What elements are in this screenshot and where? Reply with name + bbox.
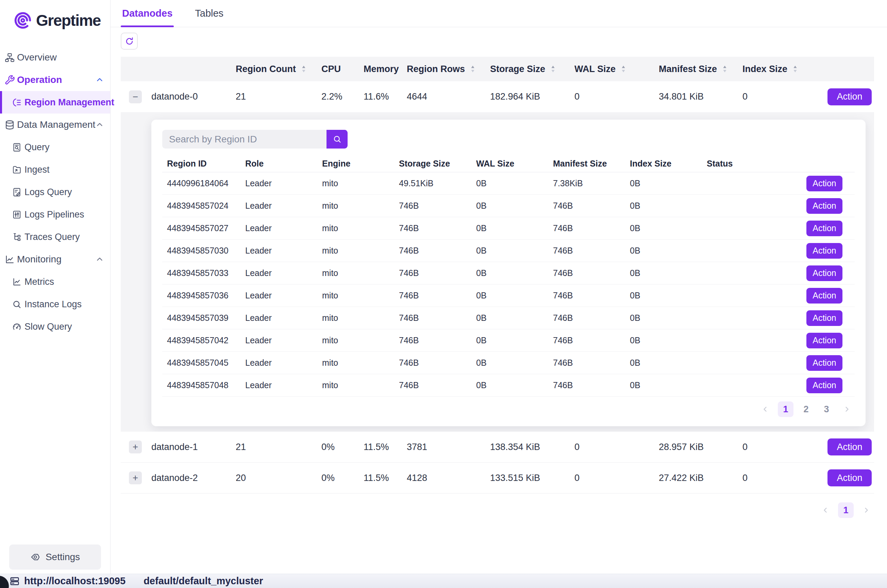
next-page-icon[interactable] xyxy=(858,502,874,518)
region-action-button[interactable]: Action xyxy=(806,310,842,326)
expand-row-button[interactable]: + xyxy=(129,471,142,484)
region-action-button[interactable]: Action xyxy=(806,288,842,303)
chart-icon xyxy=(12,277,22,287)
page-1[interactable]: 1 xyxy=(778,401,794,417)
sort-icon[interactable] xyxy=(469,64,477,74)
sidebar-item-instance-logs[interactable]: Instance Logs xyxy=(0,293,110,315)
chart-icon xyxy=(5,254,15,265)
region-table-row: 4440996184064 Leader mito 49.51KiB 0B 7.… xyxy=(162,172,855,195)
expand-row-button[interactable]: + xyxy=(129,441,142,453)
region-detail-panel: Region ID Role Engine Storage Size WAL S… xyxy=(121,112,874,432)
sidebar-item-logs-pipelines[interactable]: Logs Pipelines xyxy=(0,203,110,226)
sort-icon[interactable] xyxy=(620,64,627,74)
action-button[interactable]: Action xyxy=(827,88,872,105)
app-root: Greptime Overview Operation Region Manag… xyxy=(0,0,887,574)
region-table-row: 4483945857033 Leader mito 746B 0B 746B 0… xyxy=(162,262,855,285)
region-table-row: 4483945857036 Leader mito 746B 0B 746B 0… xyxy=(162,285,855,307)
status-url[interactable]: http://localhost:19095 xyxy=(24,575,125,586)
sidebar-item-region-management[interactable]: Region Management xyxy=(0,91,110,114)
datanode-name: datanode-1 xyxy=(151,442,236,452)
sidebar-item-logs-query[interactable]: Logs Query xyxy=(0,181,110,203)
refresh-icon xyxy=(125,37,134,46)
region-management-icon xyxy=(12,98,22,107)
sitemap-icon xyxy=(5,52,15,63)
region-action-button[interactable]: Action xyxy=(806,333,842,348)
chevron-up-icon[interactable] xyxy=(95,255,104,264)
collapse-row-button[interactable]: − xyxy=(129,90,142,104)
region-action-button[interactable]: Action xyxy=(806,266,842,281)
region-action-button[interactable]: Action xyxy=(806,220,842,236)
table-row-datanode-2: + datanode-2 20 0% 11.5% 4128 133.515 Ki… xyxy=(121,463,874,494)
server-icon xyxy=(9,576,20,586)
sidebar-item-query[interactable]: Query xyxy=(0,136,110,158)
chevron-up-icon[interactable] xyxy=(95,75,104,84)
settings-button[interactable]: Settings xyxy=(9,544,101,570)
datanodes-content: Region Count CPU Memory Region Rows Stor… xyxy=(111,27,887,518)
sidebar-group-data-management[interactable]: Data Management xyxy=(0,114,110,136)
chevron-up-icon[interactable] xyxy=(95,120,104,129)
region-action-button[interactable]: Action xyxy=(806,198,842,214)
region-id: 4483945857045 xyxy=(162,358,241,368)
table-row-datanode-1: + datanode-1 21 0% 11.5% 3781 138.354 Ki… xyxy=(121,432,874,463)
tab-bar: Datanodes Tables xyxy=(111,0,887,27)
region-table-row: 4483945857042 Leader mito 746B 0B 746B 0… xyxy=(162,329,855,352)
next-page-icon[interactable] xyxy=(839,401,855,417)
sidebar-item-overview[interactable]: Overview xyxy=(0,46,110,69)
greptime-spiral-icon xyxy=(13,10,33,30)
settings-label: Settings xyxy=(45,552,80,562)
sort-icon[interactable] xyxy=(549,64,557,74)
search-icon xyxy=(12,300,22,309)
region-search-button[interactable] xyxy=(326,130,347,148)
sidebar-item-slow-query[interactable]: Slow Query xyxy=(0,315,110,338)
datanode-name: datanode-2 xyxy=(151,473,236,483)
folder-arrow-icon xyxy=(12,165,22,175)
region-table-row: 4483945857045 Leader mito 746B 0B 746B 0… xyxy=(162,352,855,374)
region-action-button[interactable]: Action xyxy=(806,243,842,259)
region-search xyxy=(162,130,855,148)
status-cluster[interactable]: default/default_mycluster xyxy=(144,575,263,586)
prev-page-icon[interactable] xyxy=(758,401,773,417)
datanodes-pagination: 1 xyxy=(121,502,874,518)
datanodes-table: Region Count CPU Memory Region Rows Stor… xyxy=(121,57,874,494)
database-icon xyxy=(5,120,15,130)
sidebar-group-monitoring[interactable]: Monitoring xyxy=(0,248,110,270)
tab-tables[interactable]: Tables xyxy=(194,0,225,27)
tab-datanodes[interactable]: Datanodes xyxy=(121,0,174,27)
region-id: 4440996184064 xyxy=(162,178,241,188)
region-detail-card: Region ID Role Engine Storage Size WAL S… xyxy=(151,120,866,426)
sidebar-item-ingest[interactable]: Ingest xyxy=(0,158,110,181)
prev-page-icon[interactable] xyxy=(818,502,833,518)
speedometer-icon xyxy=(12,322,22,332)
page-1[interactable]: 1 xyxy=(838,502,854,518)
action-button[interactable]: Action xyxy=(827,438,872,456)
sort-icon[interactable] xyxy=(721,64,729,74)
region-id: 4483945857042 xyxy=(162,336,241,345)
page-2[interactable]: 2 xyxy=(798,401,814,417)
region-id: 4483945857033 xyxy=(162,268,241,278)
brand-name: Greptime xyxy=(36,11,101,30)
sort-icon[interactable] xyxy=(791,64,799,74)
action-button[interactable]: Action xyxy=(827,470,872,486)
page-3[interactable]: 3 xyxy=(819,401,834,417)
sidebar-item-metrics[interactable]: Metrics xyxy=(0,270,110,293)
table-row-datanode-0: − datanode-0 21 2.2% 11.6% 4644 182.964 … xyxy=(121,81,874,112)
tree-icon xyxy=(12,232,22,242)
sidebar: Greptime Overview Operation Region Manag… xyxy=(0,0,111,574)
main-area: Datanodes Tables Region Count CPU Memory… xyxy=(111,0,887,574)
document-search-icon xyxy=(12,142,22,152)
region-id: 4483945857024 xyxy=(162,201,241,211)
region-action-button[interactable]: Action xyxy=(806,378,842,393)
region-id: 4483945857048 xyxy=(162,380,241,390)
sidebar-nav: Overview Operation Region Management Dat… xyxy=(0,46,110,338)
status-bar: http://localhost:19095 default/default_m… xyxy=(0,574,887,588)
region-action-button[interactable]: Action xyxy=(806,176,842,191)
refresh-button[interactable] xyxy=(121,33,138,50)
sort-icon[interactable] xyxy=(300,64,307,74)
gear-icon xyxy=(30,552,41,562)
sidebar-item-traces-query[interactable]: Traces Query xyxy=(0,226,110,248)
region-search-input[interactable] xyxy=(162,130,326,148)
region-action-button[interactable]: Action xyxy=(806,355,842,371)
region-id: 4483945857027 xyxy=(162,223,241,233)
region-id: 4483945857039 xyxy=(162,313,241,323)
sidebar-group-operation[interactable]: Operation xyxy=(0,69,110,91)
